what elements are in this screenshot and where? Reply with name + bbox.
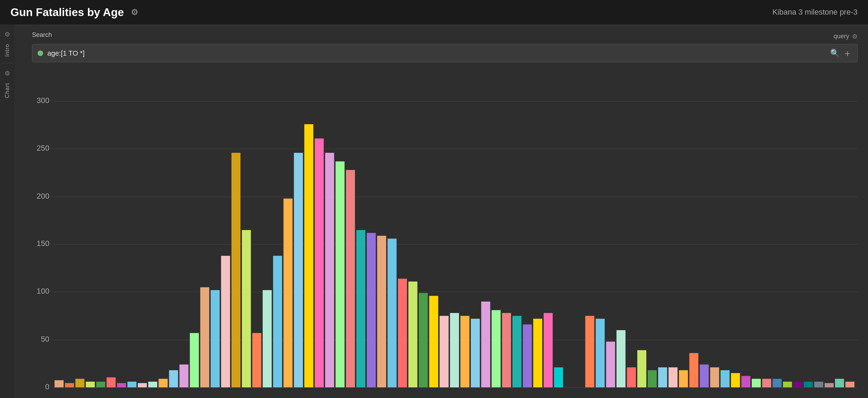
svg-text:100: 100 [37, 287, 49, 295]
search-section: Search query ⚙ 🔍 ＋ [32, 31, 858, 62]
svg-rect-14 [55, 380, 64, 388]
search-add-icon[interactable]: ＋ [843, 47, 852, 59]
svg-rect-68 [637, 350, 646, 388]
svg-rect-59 [523, 325, 532, 388]
svg-rect-35 [273, 256, 282, 387]
svg-rect-51 [440, 316, 449, 388]
sidebar-chart-label: Chart [4, 80, 10, 101]
content-area: Search query ⚙ 🔍 ＋ [15, 24, 868, 398]
svg-rect-38 [304, 124, 313, 387]
chart-area: 300 250 200 150 100 50 0 [32, 73, 858, 395]
search-label: Search [32, 31, 52, 39]
svg-rect-77 [731, 373, 740, 387]
bar-chart: 300 250 200 150 100 50 0 [32, 73, 858, 395]
svg-rect-22 [138, 383, 147, 387]
svg-rect-28 [200, 287, 209, 388]
svg-rect-82 [783, 382, 792, 387]
svg-rect-73 [689, 353, 699, 388]
svg-rect-40 [325, 153, 334, 387]
svg-rect-27 [190, 333, 199, 387]
svg-rect-19 [106, 377, 116, 388]
svg-rect-36 [284, 199, 293, 388]
svg-rect-23 [148, 382, 157, 387]
svg-rect-44 [367, 233, 376, 387]
svg-text:300: 300 [37, 96, 49, 105]
svg-rect-43 [356, 230, 365, 387]
search-bar[interactable]: 🔍 ＋ [32, 44, 858, 62]
svg-rect-20 [117, 383, 126, 387]
intro-gear-icon[interactable]: ⚙ [5, 28, 10, 41]
svg-rect-57 [502, 313, 511, 388]
search-magnifier-icon[interactable]: 🔍 [830, 49, 839, 58]
svg-rect-79 [752, 379, 761, 388]
svg-rect-24 [159, 379, 168, 388]
svg-rect-15 [65, 383, 74, 387]
sidebar-intro-section: ⚙ Intro [0, 28, 15, 59]
sidebar-chart-section: ⚙ Chart [0, 67, 15, 101]
svg-rect-80 [762, 379, 771, 388]
svg-rect-42 [346, 170, 355, 388]
svg-rect-39 [315, 138, 324, 387]
svg-rect-63 [585, 316, 594, 388]
chart-gear-icon[interactable]: ⚙ [5, 67, 10, 80]
svg-rect-16 [76, 379, 85, 388]
svg-rect-52 [450, 313, 459, 388]
svg-rect-70 [658, 367, 667, 388]
page-title: Gun Fatalities by Age [10, 6, 124, 19]
svg-rect-61 [544, 313, 553, 388]
svg-text:50: 50 [41, 335, 49, 343]
query-gear-icon[interactable]: ⚙ [852, 33, 858, 40]
svg-rect-46 [388, 239, 397, 388]
sidebar-intro-label: Intro [4, 41, 10, 59]
search-actions: 🔍 ＋ [830, 47, 852, 59]
svg-rect-31 [231, 153, 240, 387]
svg-rect-66 [616, 330, 625, 387]
search-input[interactable] [47, 49, 826, 57]
svg-rect-55 [481, 302, 490, 388]
svg-rect-88 [845, 382, 854, 387]
svg-text:150: 150 [37, 239, 49, 248]
svg-rect-37 [294, 153, 303, 387]
svg-rect-53 [460, 316, 469, 388]
svg-rect-83 [794, 382, 803, 387]
sidebar: ⚙ Intro ⚙ Chart [0, 24, 15, 398]
svg-rect-87 [835, 379, 844, 388]
query-label-area: query ⚙ [834, 33, 858, 40]
svg-rect-69 [648, 370, 657, 387]
svg-rect-58 [512, 316, 521, 388]
svg-text:200: 200 [37, 191, 49, 200]
svg-rect-62 [554, 367, 563, 388]
search-status-dot [38, 50, 43, 56]
svg-rect-84 [804, 382, 813, 387]
query-text-label: query [834, 33, 849, 40]
svg-rect-86 [824, 383, 834, 387]
svg-rect-56 [492, 310, 501, 387]
svg-rect-78 [741, 376, 750, 388]
svg-rect-54 [471, 319, 480, 387]
svg-rect-67 [627, 367, 636, 388]
main-layout: ⚙ Intro ⚙ Chart Search query ⚙ 🔍 [0, 24, 868, 398]
svg-rect-26 [180, 365, 189, 388]
svg-rect-72 [679, 370, 688, 387]
settings-gear-icon[interactable]: ⚙ [131, 7, 139, 17]
svg-rect-50 [429, 296, 438, 387]
svg-rect-30 [221, 256, 230, 387]
header: Gun Fatalities by Age ⚙ Kibana 3 milesto… [0, 0, 868, 24]
kibana-label: Kibana 3 milestone pre-3 [772, 8, 858, 17]
svg-rect-49 [419, 293, 428, 387]
svg-rect-17 [86, 382, 95, 387]
svg-rect-33 [252, 333, 261, 387]
svg-rect-48 [408, 281, 417, 387]
svg-rect-76 [720, 370, 729, 387]
svg-rect-64 [596, 319, 605, 387]
svg-rect-81 [773, 379, 782, 388]
svg-rect-74 [700, 365, 709, 388]
svg-rect-75 [710, 367, 719, 388]
svg-rect-47 [398, 279, 407, 387]
svg-rect-41 [336, 161, 345, 388]
svg-rect-60 [533, 319, 542, 387]
svg-rect-85 [814, 382, 823, 387]
svg-rect-32 [242, 230, 251, 387]
svg-rect-34 [263, 290, 272, 388]
svg-rect-29 [211, 290, 220, 388]
